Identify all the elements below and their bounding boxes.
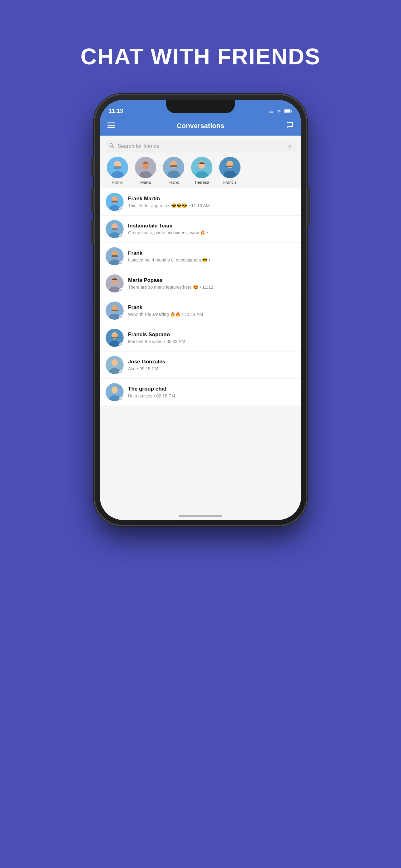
- friends-row: Frank Marta: [100, 157, 301, 188]
- conv-info-francis: Francis Soprano Mark sent a video • 05:3…: [128, 332, 295, 344]
- search-icon: [109, 143, 114, 149]
- svg-rect-19: [170, 165, 177, 167]
- conv-preview-group: Hola amigos • 02:18 PM: [128, 393, 295, 398]
- friend-name-marta: Marta: [140, 180, 151, 185]
- online-dot-frank-martin: [119, 207, 123, 210]
- header-title: Conversations: [177, 122, 225, 130]
- conv-preview-jose: Asd • 09:15 PM: [128, 366, 295, 371]
- search-clear-icon[interactable]: ✕: [288, 144, 292, 149]
- conv-info-marta: Marta Popaes There are so many features …: [128, 277, 295, 290]
- svg-rect-4: [107, 125, 115, 126]
- phone-screen: 11:13 ▪▪▪: [100, 100, 301, 520]
- status-icons: ▪▪▪: [269, 109, 292, 114]
- svg-rect-5: [107, 127, 115, 128]
- friend-item-theresa[interactable]: Theresa: [189, 157, 214, 185]
- friend-avatar-marta: [135, 157, 156, 178]
- conv-avatar-frank: [106, 247, 124, 265]
- conv-name-group: The group chat: [128, 386, 295, 392]
- notch: [166, 100, 235, 113]
- conv-name-frank: Frank: [128, 250, 295, 256]
- svg-point-51: [111, 359, 118, 366]
- page-title: CHAT WITH FRIENDS: [80, 44, 321, 69]
- conv-item-francis[interactable]: Francis Soprano Mark sent a video • 05:3…: [100, 324, 301, 351]
- status-time: 11:13: [109, 108, 123, 114]
- conv-item-frank[interactable]: Frank It saved me 4 months of developmen…: [100, 243, 301, 270]
- signal-icon: ▪▪▪: [269, 110, 274, 114]
- volume-down-button: [91, 219, 94, 244]
- conv-item-frank2[interactable]: Frank Wow, this is amazing 🔥🔥 • 11:11 AM: [100, 297, 301, 324]
- friend-avatar-frank2: [163, 157, 184, 178]
- friend-item-frank1[interactable]: Frank: [105, 157, 130, 185]
- conv-info-jose: Jose Gonzales Asd • 09:15 PM: [128, 359, 295, 371]
- friend-item-frank2[interactable]: Frank: [161, 157, 186, 185]
- conv-item-group[interactable]: The group chat Hola amigos • 02:18 PM: [100, 379, 301, 406]
- svg-rect-49: [111, 337, 118, 338]
- content-area: Search for friends ✕ Frank: [100, 135, 301, 520]
- conv-item-instamobile[interactable]: Instamobile Team Group chats, photo and …: [100, 216, 301, 243]
- online-dot-francis: [119, 342, 123, 346]
- svg-rect-34: [112, 228, 118, 230]
- conv-preview-instamobile: Group chats, photo and videos, wow 🔥 •: [128, 230, 295, 235]
- conv-avatar-marta: [106, 274, 124, 292]
- svg-rect-30: [111, 200, 118, 203]
- svg-rect-3: [107, 122, 115, 123]
- friend-name-francis: Francis: [223, 180, 237, 185]
- conv-avatar-group: [106, 383, 124, 401]
- search-placeholder: Search for friends: [118, 143, 285, 149]
- svg-rect-45: [111, 310, 118, 311]
- conv-info-instamobile: Instamobile Team Group chats, photo and …: [128, 223, 295, 235]
- friend-item-francis[interactable]: Francis: [218, 157, 242, 185]
- compose-icon[interactable]: [286, 122, 294, 131]
- svg-rect-26: [226, 165, 233, 167]
- conv-avatar-instamobile: [106, 220, 124, 238]
- menu-icon[interactable]: [107, 122, 115, 130]
- conv-preview-marta: There are so many features here 😍 • 11:1…: [128, 285, 295, 290]
- friend-name-frank1: Frank: [112, 180, 123, 185]
- svg-rect-1: [291, 111, 292, 112]
- mute-button: [91, 157, 94, 176]
- power-button: [307, 188, 310, 226]
- conv-avatar-frank2: [106, 302, 124, 320]
- svg-rect-38: [111, 255, 118, 257]
- conv-name-instamobile: Instamobile Team: [128, 223, 295, 229]
- conv-name-frank-martin: Frank Martin: [128, 195, 295, 202]
- friend-avatar-francis: [219, 157, 240, 178]
- svg-point-15: [142, 162, 149, 167]
- conversation-list: Frank Martin This Flutter app rocks 😎😎😎 …: [100, 188, 301, 406]
- friend-avatar-theresa: [191, 157, 212, 178]
- conv-preview-frank: It saved me 4 months of development 😎 •: [128, 257, 295, 262]
- conv-avatar-frank-martin: [106, 193, 124, 211]
- friend-avatar-frank1: [107, 157, 128, 178]
- svg-rect-11: [114, 166, 121, 169]
- friend-name-theresa: Theresa: [194, 180, 209, 185]
- app-header: Conversations: [100, 116, 301, 135]
- svg-line-7: [113, 147, 114, 148]
- home-indicator: [179, 515, 222, 517]
- svg-rect-2: [285, 110, 291, 113]
- conv-avatar-jose: [106, 356, 124, 374]
- online-dot-jose: [119, 370, 123, 373]
- conv-preview-frank2: Wow, this is amazing 🔥🔥 • 11:11 AM: [128, 312, 295, 317]
- volume-up-button: [91, 188, 94, 213]
- conv-name-jose: Jose Gonzales: [128, 359, 295, 365]
- conv-item-jose[interactable]: Jose Gonzales Asd • 09:15 PM: [100, 351, 301, 379]
- online-dot-frank2: [119, 315, 123, 319]
- conv-avatar-francis: [106, 329, 124, 347]
- conv-info-frank: Frank It saved me 4 months of developmen…: [128, 250, 295, 262]
- online-dot-group: [119, 397, 123, 401]
- conv-info-frank-martin: Frank Martin This Flutter app rocks 😎😎😎 …: [128, 195, 295, 208]
- conv-name-frank2: Frank: [128, 304, 295, 311]
- search-bar[interactable]: Search for friends ✕: [105, 140, 296, 153]
- conv-item-marta[interactable]: Marta Popaes There are so many features …: [100, 270, 301, 297]
- wifi-icon: [276, 109, 282, 114]
- conv-item-frank-martin[interactable]: Frank Martin This Flutter app rocks 😎😎😎 …: [100, 188, 301, 216]
- friend-item-marta[interactable]: Marta: [133, 157, 158, 185]
- conv-preview-francis: Mark sent a video • 05:33 PM: [128, 339, 295, 344]
- phone-mockup: 11:13 ▪▪▪: [94, 94, 307, 526]
- online-dot-frank: [119, 261, 123, 265]
- conv-info-frank2: Frank Wow, this is amazing 🔥🔥 • 11:11 AM: [128, 304, 295, 317]
- friend-name-frank2: Frank: [168, 180, 179, 185]
- svg-point-54: [111, 386, 118, 393]
- online-dot-marta: [119, 288, 123, 292]
- conv-name-marta: Marta Popaes: [128, 277, 295, 283]
